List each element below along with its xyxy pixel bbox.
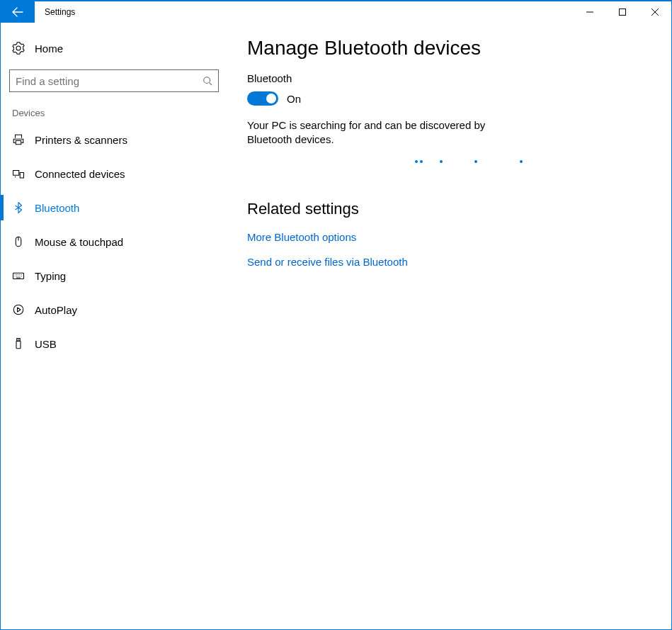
main-content: Manage Bluetooth devices Bluetooth On Yo… <box>227 23 671 629</box>
svg-rect-0 <box>620 9 626 16</box>
bluetooth-toggle[interactable] <box>247 91 278 106</box>
sidebar-section-label: Devices <box>1 92 227 123</box>
keyboard-icon <box>12 269 35 282</box>
sidebar-item-connected-devices[interactable]: Connected devices <box>1 157 227 191</box>
sidebar-item-label: Mouse & touchpad <box>35 236 123 248</box>
link-more-bluetooth-options[interactable]: More Bluetooth options <box>247 231 643 243</box>
search-icon <box>203 76 212 86</box>
sidebar-item-label: Typing <box>35 270 66 282</box>
back-arrow-icon <box>12 6 23 18</box>
sidebar: Home Devices Printers & scanners Connect… <box>1 23 227 629</box>
bluetooth-icon <box>12 201 35 214</box>
connected-devices-icon <box>12 167 35 180</box>
window-title: Settings <box>35 1 75 23</box>
svg-rect-7 <box>16 341 21 349</box>
svg-point-5 <box>13 305 23 315</box>
maximize-icon <box>619 9 626 16</box>
related-settings-heading: Related settings <box>247 200 643 218</box>
search-input[interactable] <box>16 75 203 87</box>
sidebar-item-label: USB <box>35 338 57 350</box>
sidebar-item-label: Connected devices <box>35 168 125 180</box>
window-controls <box>574 1 671 23</box>
link-send-receive-files[interactable]: Send or receive files via Bluetooth <box>247 256 643 268</box>
sidebar-item-label: Bluetooth <box>35 202 79 214</box>
toggle-state-label: On <box>287 93 301 105</box>
page-title: Manage Bluetooth devices <box>247 37 643 60</box>
svg-point-1 <box>204 77 210 84</box>
close-button[interactable] <box>639 1 671 23</box>
sidebar-item-printers[interactable]: Printers & scanners <box>1 123 227 157</box>
bluetooth-label: Bluetooth <box>247 72 643 84</box>
minimize-button[interactable] <box>574 1 606 23</box>
printer-icon <box>12 133 35 146</box>
titlebar: Settings <box>1 1 671 23</box>
home-nav[interactable]: Home <box>1 33 227 64</box>
search-box[interactable] <box>9 69 219 92</box>
minimize-icon <box>586 9 593 16</box>
sidebar-item-usb[interactable]: USB <box>1 327 227 361</box>
back-button[interactable] <box>1 1 35 23</box>
usb-icon <box>12 337 35 350</box>
mouse-icon <box>12 235 35 248</box>
sidebar-item-typing[interactable]: Typing <box>1 259 227 293</box>
status-text: Your PC is searching for and can be disc… <box>247 118 530 147</box>
sidebar-item-mouse[interactable]: Mouse & touchpad <box>1 225 227 259</box>
home-label: Home <box>35 43 63 55</box>
sidebar-item-label: AutoPlay <box>35 304 77 316</box>
sidebar-item-bluetooth[interactable]: Bluetooth <box>1 191 227 225</box>
close-icon <box>651 9 659 16</box>
maximize-button[interactable] <box>606 1 639 23</box>
gear-icon <box>12 42 35 55</box>
sidebar-item-autoplay[interactable]: AutoPlay <box>1 293 227 327</box>
svg-rect-6 <box>17 339 21 342</box>
toggle-knob <box>266 94 276 103</box>
sidebar-item-label: Printers & scanners <box>35 134 127 146</box>
progress-indicator <box>247 160 643 164</box>
autoplay-icon <box>12 303 35 316</box>
